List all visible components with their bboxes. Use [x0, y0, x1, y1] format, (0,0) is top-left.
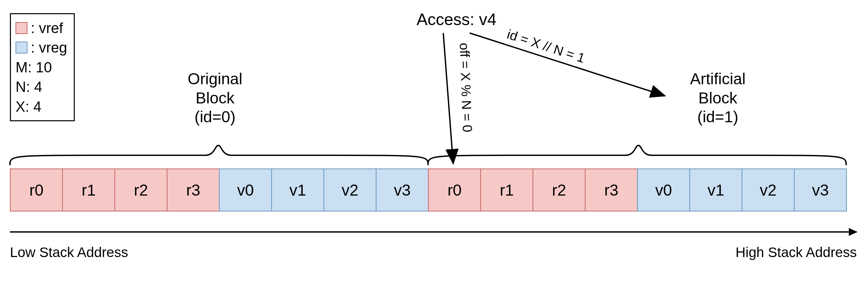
memory-cell-2: r2	[115, 168, 167, 211]
legend-box: : vref : vreg M: 10 N: 4 X: 4	[10, 13, 75, 121]
memory-cell-11: r3	[585, 168, 638, 211]
original-line1: Original	[172, 69, 258, 89]
artificial-line2: Block	[675, 89, 761, 108]
artificial-block-label: Artificial Block (id=1)	[675, 69, 761, 127]
brace-artificial	[428, 145, 846, 165]
legend-vref-row: : vref	[16, 18, 67, 38]
access-label: Access: v4	[397, 10, 516, 29]
formula-off-text: off = X % N = 0	[457, 43, 475, 132]
legend-x: X: 4	[16, 97, 67, 116]
brace-original	[10, 145, 428, 165]
arrow-off	[443, 33, 453, 164]
memory-cell-7: v3	[376, 168, 429, 211]
memory-cell-8: r0	[428, 168, 481, 211]
memory-cell-9: r1	[480, 168, 533, 211]
legend-n: N: 4	[16, 77, 67, 97]
arrow-id	[470, 33, 665, 96]
memory-cell-1: r1	[62, 168, 115, 211]
memory-cell-3: r3	[167, 168, 220, 211]
memory-cell-5: v1	[271, 168, 324, 211]
memory-cell-10: r2	[533, 168, 586, 211]
original-line2: Block	[172, 89, 258, 108]
memory-cell-4: v0	[219, 168, 272, 211]
memory-cell-15: v3	[794, 168, 847, 211]
axis-arrow-icon	[849, 228, 858, 236]
axis-low-label: Low Stack Address	[10, 244, 128, 260]
original-line3: (id=0)	[172, 107, 258, 127]
original-block-label: Original Block (id=0)	[172, 69, 258, 127]
memory-cell-14: v2	[742, 168, 795, 211]
vref-swatch	[16, 22, 27, 34]
legend-m: M: 10	[16, 58, 67, 77]
memory-cell-6: v2	[323, 168, 376, 211]
legend-vreg-label: : vreg	[31, 38, 67, 57]
memory-cell-13: v1	[689, 168, 742, 211]
axis-line	[10, 231, 857, 233]
memory-cell-0: r0	[10, 168, 63, 211]
address-axis	[10, 225, 857, 244]
artificial-line3: (id=1)	[675, 107, 761, 127]
memory-cells-row: r0r1r2r3v0v1v2v3r0r1r2r3v0v1v2v3	[10, 168, 847, 211]
axis-high-label: High Stack Address	[735, 244, 857, 260]
artificial-line1: Artificial	[675, 69, 761, 89]
legend-vreg-row: : vreg	[16, 38, 67, 57]
legend-vref-label: : vref	[31, 18, 63, 38]
formula-id-text: id = X // N = 1	[505, 27, 587, 65]
memory-cell-12: v0	[637, 168, 690, 211]
vreg-swatch	[16, 42, 27, 54]
